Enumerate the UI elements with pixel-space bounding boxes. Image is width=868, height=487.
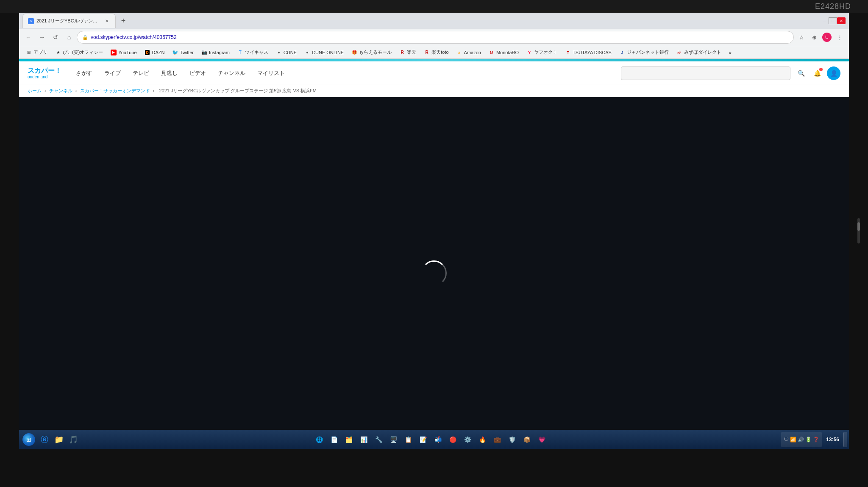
breadcrumb-current: 2021 JリーグYBCルヴァンカップ グループステージ 第5節 広島 VS 横…: [159, 88, 317, 93]
taskbar-running-app-10[interactable]: 🔴: [446, 432, 460, 447]
bookmark-rakuten[interactable]: R 楽天: [396, 48, 420, 56]
taskbar-running-app-5[interactable]: 🔧: [372, 432, 386, 447]
taskbar-running-app-1[interactable]: 🌐: [313, 432, 326, 447]
taskbar-running-app-4[interactable]: 📊: [357, 432, 371, 447]
tsutaya-icon: T: [565, 50, 571, 55]
app16-icon: 💗: [537, 434, 547, 445]
taskbar-running-app-16[interactable]: 💗: [535, 432, 549, 447]
window-maximize-button[interactable]: □: [829, 17, 837, 24]
bookmark-monotaro[interactable]: M MonotaRO: [485, 49, 522, 56]
bookmark-mizuho[interactable]: み みずほダイレクト: [673, 48, 725, 56]
bookmark-rakuten-toto[interactable]: R 楽天toto: [420, 48, 452, 56]
bookmark-label: ジャパンネット銀行: [627, 49, 669, 55]
browser-menu-button[interactable]: ⋮: [834, 31, 846, 43]
site-search-icon-button[interactable]: 🔍: [795, 67, 807, 80]
taskbar-running-app-9[interactable]: 📬: [431, 432, 445, 447]
japanet-icon: J: [619, 50, 625, 55]
browser-extensions-button[interactable]: ⊕: [808, 31, 820, 43]
taskbar-running-app-7[interactable]: 📋: [402, 432, 415, 447]
nav-item-mylist[interactable]: マイリスト: [251, 61, 291, 85]
spinner-arc: [421, 260, 447, 286]
antivirus-tray-icon: 🛡: [784, 437, 789, 443]
site-notification-button[interactable]: 🔔: [811, 67, 823, 80]
start-button[interactable]: ⊞: [21, 432, 37, 448]
bookmark-instagram[interactable]: 📷 Instagram: [198, 49, 233, 56]
reload-button[interactable]: ↺: [50, 31, 61, 43]
taskbar-running-app-15[interactable]: 📦: [520, 432, 534, 447]
bookmark-pico[interactable]: ★ ぴこ(笑)オフィシー: [52, 48, 106, 56]
logo-text-line1: スカパー！: [28, 67, 61, 75]
bookmark-cune-online[interactable]: ● CUNE ONLINE: [301, 49, 347, 56]
back-button[interactable]: ←: [22, 31, 34, 43]
tab-title: 2021 JリーグYBCルヴァンカ...: [36, 18, 101, 24]
breadcrumb-home[interactable]: ホーム: [28, 88, 42, 93]
breadcrumb-sep3: ›: [153, 88, 156, 93]
nav-item-channel[interactable]: チャンネル: [212, 61, 251, 85]
taskbar-item-media[interactable]: 🎵: [67, 432, 80, 447]
bookmark-moraerumo[interactable]: 🎁 もらえるモール: [348, 48, 395, 56]
app7-icon: 📋: [403, 434, 414, 445]
nav-item-video[interactable]: ビデオ: [184, 61, 212, 85]
bookmark-yahoo-auction[interactable]: Y ヤフオク！: [523, 48, 561, 56]
monitor-right-bezel: [849, 13, 868, 449]
bookmark-more[interactable]: »: [726, 49, 735, 56]
window-close-button[interactable]: ✕: [837, 17, 846, 24]
show-desktop-button[interactable]: [843, 432, 847, 447]
system-clock[interactable]: 13:56: [823, 432, 843, 447]
bookmark-cune[interactable]: ● CUNE: [273, 49, 300, 56]
app2-icon: 📄: [329, 434, 339, 445]
taskbar-running-app-11[interactable]: ⚙️: [461, 432, 475, 447]
bookmark-dazn[interactable]: D DAZN: [141, 49, 168, 56]
home-button[interactable]: ⌂: [63, 31, 75, 43]
active-tab[interactable]: S 2021 JリーグYBCルヴァンカ... ✕: [22, 14, 116, 28]
taskbar-item-folder[interactable]: 📁: [52, 432, 66, 447]
nav-item-miogoshi[interactable]: 見逃し: [155, 61, 184, 85]
bookmark-japanet[interactable]: J ジャパンネット銀行: [616, 48, 672, 56]
site-logo[interactable]: スカパー！ ondemand: [28, 67, 61, 79]
breadcrumb-sep2: ›: [75, 88, 78, 93]
taskbar-running-app-2[interactable]: 📄: [328, 432, 341, 447]
bookmark-twitter[interactable]: 🐦 Twitter: [169, 49, 197, 56]
taskbar-running-app-3[interactable]: 🗂️: [342, 432, 356, 447]
bookmark-tsutaya[interactable]: T TSUTAYA DISCAS: [562, 49, 615, 56]
taskbar-running-app-13[interactable]: 💼: [491, 432, 504, 447]
new-tab-button[interactable]: +: [117, 15, 129, 27]
window-minimize-button[interactable]: ─: [820, 17, 829, 24]
user-profile-button[interactable]: U: [821, 31, 833, 43]
app3-icon: 🗂️: [344, 434, 354, 445]
taskbar-running-app-14[interactable]: 🛡️: [506, 432, 519, 447]
notification-badge: [819, 68, 823, 71]
bookmark-label: もらえるモール: [359, 49, 392, 55]
network-tray-icon: 📶: [790, 437, 796, 443]
site-user-avatar[interactable]: 👤: [827, 66, 840, 80]
breadcrumb-channel[interactable]: チャンネル: [49, 88, 72, 93]
bookmark-label: アプリ: [33, 49, 47, 55]
bookmark-youtube[interactable]: ▶ YouTube: [107, 49, 140, 56]
forward-button[interactable]: →: [36, 31, 48, 43]
nav-item-live[interactable]: ライブ: [98, 61, 127, 85]
browser-right-controls: ☆ ⊕ U ⋮: [796, 31, 846, 43]
video-player-area[interactable]: [19, 97, 849, 449]
bookmark-star-button[interactable]: ☆: [796, 31, 807, 43]
bookmark-twicas[interactable]: T ツイキャス: [234, 48, 272, 56]
taskbar-running-app-12[interactable]: 🔥: [476, 432, 490, 447]
media-icon: 🎵: [68, 434, 78, 445]
bookmark-label: TSUTAYA DISCAS: [573, 50, 612, 55]
scroll-indicator: [857, 218, 860, 244]
breadcrumb-soccer[interactable]: スカパー！サッカーオンデマンド: [80, 88, 150, 93]
bookmark-apps[interactable]: ⊞ アプリ: [22, 48, 51, 56]
taskbar-item-ie[interactable]: ⓔ: [38, 432, 51, 447]
site-search-bar[interactable]: [621, 66, 790, 80]
tab-close-button[interactable]: ✕: [103, 18, 110, 25]
loading-spinner: [421, 260, 447, 286]
nav-item-sagasu[interactable]: さがす: [70, 61, 98, 85]
taskbar-right: 🛡 📶 🔊 🔋 ❓ 13:56: [781, 432, 847, 447]
bookmark-amazon[interactable]: a Amazon: [453, 49, 484, 56]
logo-text-line2: ondemand: [28, 75, 61, 79]
nav-item-tv[interactable]: テレビ: [127, 61, 155, 85]
address-bar[interactable]: 🔒 vod.skyperfectv.co.jp/watch/40357752: [77, 31, 794, 44]
monitor: E2428HD S 2021 JリーグYBCルヴァンカ... ✕ +: [0, 0, 868, 487]
taskbar-running-app-8[interactable]: 📝: [417, 432, 430, 447]
taskbar-running-app-6[interactable]: 🖥️: [387, 432, 401, 447]
security-lock-icon: 🔒: [82, 35, 88, 40]
